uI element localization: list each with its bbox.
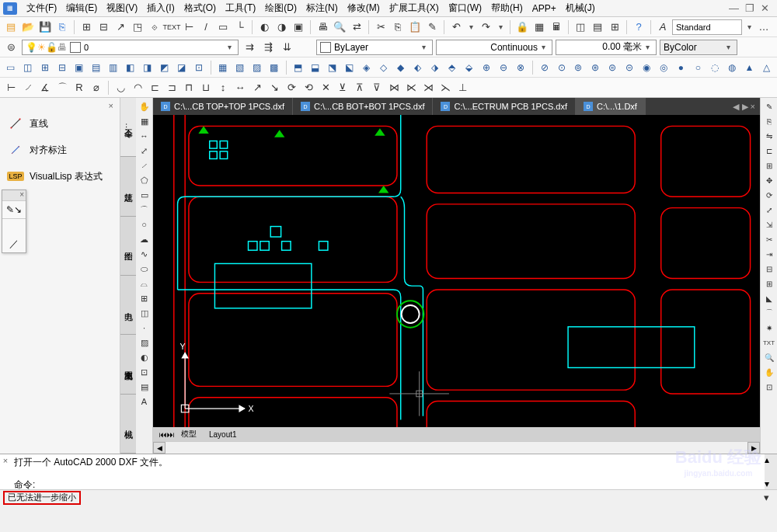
group-c-button[interactable]: ▣ [291,19,306,35]
measure-button[interactable]: └ [232,19,248,35]
t4-18[interactable]: ⟲ [301,80,316,96]
rt-stretch[interactable]: ⇲ [762,217,776,231]
help-button[interactable]: ? [631,19,646,35]
rt-move[interactable]: ✥ [762,173,776,187]
t3-35[interactable]: ⊜ [605,60,620,75]
palette-close-icon[interactable]: × [3,101,117,110]
t4-09[interactable]: ⊏ [147,80,162,96]
t3-15[interactable]: ▨ [249,60,265,75]
t4-12[interactable]: ⊔ [198,80,214,96]
style-selector[interactable]: Standard [672,19,742,35]
t3-43[interactable]: ▲ [741,60,757,75]
restore-button[interactable]: ❐ [745,2,754,14]
tool-e-button[interactable]: ⟐ [147,19,162,35]
linetype-selector[interactable]: Continuous ▾ [436,40,552,55]
side-tab-hatch[interactable]: 填充图案 [120,335,136,394]
t3-07[interactable]: ▥ [106,60,121,75]
vtool-gradient[interactable]: ◐ [138,350,152,364]
floating-toolbar[interactable]: × ✎↘ ／ [2,190,26,253]
vtool-hatch[interactable]: ▨ [138,336,152,349]
rt-break[interactable]: ⊟ [762,262,776,276]
vtool-spline[interactable]: ∿ [138,247,152,261]
text-button[interactable]: TEXT [164,19,179,35]
rt-window[interactable]: ⊡ [762,380,776,394]
t3-30[interactable]: ⊗ [513,60,528,75]
palette-item-lisp[interactable]: LSP VisualLisp 表达式 [3,163,117,190]
lock-button[interactable]: 🔒 [514,19,530,35]
t3-24[interactable]: ⬖ [410,60,426,75]
t3-39[interactable]: ● [673,60,688,75]
menu-view[interactable]: 视图(V) [102,0,142,16]
float-tool-osnap[interactable]: ✎↘ [2,201,26,218]
t3-40[interactable]: ○ [690,60,706,75]
t3-29[interactable]: ⊖ [496,60,511,75]
palette-item-dimaligned[interactable]: 对齐标注 [3,137,117,163]
group-b-button[interactable]: ◑ [274,19,289,35]
t3-01[interactable]: ▭ [3,60,19,75]
t3-06[interactable]: ▤ [89,60,104,75]
rt-text[interactable]: TXT [762,336,776,349]
vtool-arc[interactable]: ⌒ [138,203,152,217]
cut-button[interactable]: ✂ [373,19,388,35]
t4-11[interactable]: ⊓ [181,80,197,96]
t3-10[interactable]: ◩ [157,60,172,75]
rt-pan2[interactable]: ✋ [762,365,776,379]
layout-next-button[interactable]: ⏭ [167,430,175,439]
tool-c-button[interactable]: ↗ [113,19,128,35]
t3-22[interactable]: ◇ [376,60,392,75]
t3-19[interactable]: ⬔ [325,60,340,75]
vtool-pline[interactable]: ⟋ [138,158,152,172]
scroll-right-button[interactable]: ▶ [747,442,760,454]
menu-edit[interactable]: 编辑(E) [61,0,102,16]
palette-item-line[interactable]: 直线 [3,110,117,137]
redo-dropdown[interactable]: ▾ [495,23,506,31]
menu-extend[interactable]: 扩展工具(X) [385,0,444,16]
save-button[interactable]: 💾 [37,19,53,35]
style-edit-button[interactable]: … [756,19,772,35]
tool-d-button[interactable]: ◳ [130,19,145,35]
tab-nav-arrows[interactable]: ◀ ▶ × [728,102,760,112]
t3-27[interactable]: ⬙ [462,60,477,75]
t3-37[interactable]: ◉ [639,60,654,75]
vtool-ellipse[interactable]: ⬭ [138,262,152,276]
text-style-button[interactable]: A [655,19,671,35]
group-a-button[interactable]: ◐ [256,19,272,35]
t3-20[interactable]: ⬕ [342,60,357,75]
convert-button[interactable]: ⇄ [349,19,364,35]
float-tool-line[interactable]: ／ [2,235,26,252]
dim-button[interactable]: ⊢ [181,19,197,35]
minimize-button[interactable]: — [729,2,739,14]
t3-09[interactable]: ◨ [140,60,155,75]
bycolor-selector[interactable]: ByColor ▾ [660,40,737,55]
t4-14[interactable]: ↔ [232,80,248,96]
menu-format[interactable]: 格式(O) [179,0,221,16]
layout-a-button[interactable]: ◫ [573,19,588,35]
rt-copy[interactable]: ⎘ [762,114,776,128]
rt-rotate[interactable]: ⟳ [762,188,776,202]
dim-arc-button[interactable]: ⌒ [54,80,70,96]
copy-button[interactable]: ⎘ [390,19,406,35]
menu-file[interactable]: 文件(F) [22,0,61,16]
layout-prev-button[interactable]: ⏮ [159,430,167,439]
side-tab-cmd[interactable]: 命令工… [120,98,136,157]
t3-11[interactable]: ◪ [174,60,190,75]
saveas-button[interactable]: ⎘ [54,19,70,35]
command-text[interactable]: 打开一个 AutoCAD 2000 DXF 文件。 命令: [11,454,765,489]
vtool-region[interactable]: ⊡ [138,365,152,379]
vtool-ellipsearc[interactable]: ⌓ [138,276,152,290]
t3-36[interactable]: ⊝ [622,60,637,75]
layout-b-button[interactable]: ▤ [590,19,605,35]
vtool-table[interactable]: ▤ [138,380,152,394]
vtool-insert[interactable]: ⊞ [138,291,152,305]
t4-10[interactable]: ⊐ [164,80,179,96]
layout-tab-layout1[interactable]: Layout1 [203,430,243,439]
t3-34[interactable]: ⊛ [587,60,603,75]
t4-24[interactable]: ⋉ [403,80,419,96]
t3-23[interactable]: ◆ [393,60,409,75]
menu-modify[interactable]: 修改(M) [343,0,385,16]
open-file-button[interactable]: 📂 [20,19,36,35]
paste-button[interactable]: 📋 [407,19,423,35]
cmd-scrollbar[interactable]: ▴ ▾ [765,454,777,489]
layer-manager-button[interactable]: ⊜ [3,40,19,55]
vtool-mtext[interactable]: A [138,395,152,409]
